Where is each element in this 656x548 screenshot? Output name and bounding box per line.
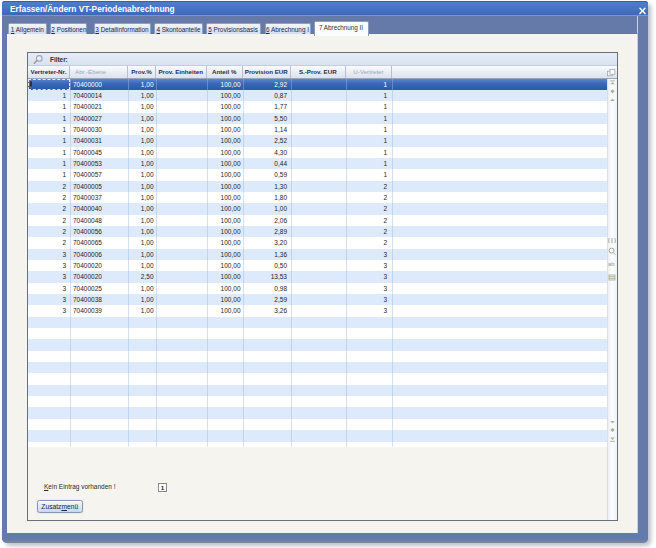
svg-text:ab: ab [608,261,615,267]
